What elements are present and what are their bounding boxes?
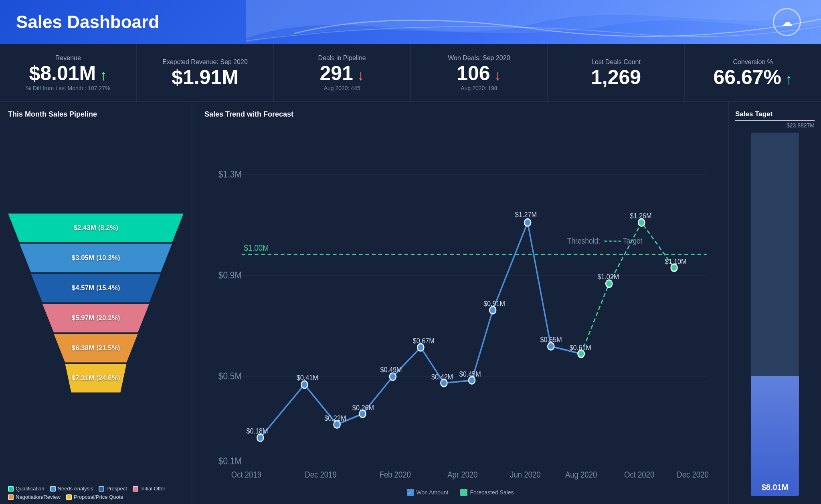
legend-label-4: Negotiation/Review bbox=[16, 494, 61, 500]
legend-label-5: Proposal/Price Quote bbox=[74, 494, 123, 500]
chart-title: Sales Trend with Forecast bbox=[204, 110, 716, 119]
header-logo: ☁ bbox=[773, 8, 801, 36]
funnel-panel: This Month Sales Pipeline $2.43M (8.2%)$… bbox=[0, 102, 192, 504]
forecast-legend-color: ✓ bbox=[460, 489, 467, 496]
chart-panel: Sales Trend with Forecast $1.3M $0.9M $0… bbox=[192, 102, 729, 504]
svg-text:Dec 2019: Dec 2019 bbox=[305, 470, 336, 479]
line-chart-svg: $1.3M $0.9M $0.5M $0.1M $1.00M Threshold… bbox=[204, 124, 716, 486]
target-title: Sales Taget bbox=[735, 110, 772, 118]
svg-text:Apr 2020: Apr 2020 bbox=[447, 470, 477, 479]
legend-color-3 bbox=[133, 486, 138, 492]
legend-item-2: Prospect bbox=[99, 486, 127, 492]
kpi-lost-deals: Lost Deals Count 1,269 bbox=[548, 44, 685, 101]
legend-label-3: Initial Offer bbox=[140, 486, 166, 492]
svg-text:$0.22M: $0.22M bbox=[324, 414, 346, 422]
legend-item-3: Initial Offer bbox=[133, 486, 166, 492]
kpi-conversion: Conversion % 66.67% ↑ bbox=[685, 44, 821, 101]
target-divider bbox=[735, 120, 815, 121]
svg-text:Aug 2020: Aug 2020 bbox=[565, 470, 597, 479]
funnel-segment-5: $7.31M (24.6%) bbox=[65, 364, 126, 393]
page-title: Sales Dashboard bbox=[16, 12, 159, 32]
won-amount-legend-label: Won Amount bbox=[417, 489, 449, 496]
svg-text:Threshold:: Threshold: bbox=[567, 236, 600, 245]
legend-label-1: Needs Analysis bbox=[58, 486, 93, 492]
legend-color-5 bbox=[66, 494, 72, 500]
kpi-lost-value: 1,269 bbox=[591, 67, 641, 87]
svg-text:$0.41M: $0.41M bbox=[297, 373, 318, 382]
kpi-won-value: 106 ↓ bbox=[457, 63, 501, 83]
svg-text:$1.3M: $1.3M bbox=[218, 169, 242, 179]
svg-text:$1.02M: $1.02M bbox=[597, 272, 619, 281]
svg-text:$1.26M: $1.26M bbox=[630, 212, 651, 220]
kpi-revenue-label: Revenue bbox=[55, 54, 81, 62]
svg-text:$1.10M: $1.10M bbox=[665, 257, 686, 266]
chart-legend: ✓ Won Amount ✓ Forecasted Sales bbox=[204, 489, 716, 496]
legend-label-2: Prospect bbox=[106, 486, 127, 492]
kpi-lost-label: Lost Deals Count bbox=[591, 58, 641, 66]
svg-text:$1.27M: $1.27M bbox=[515, 210, 537, 219]
svg-text:$0.26M: $0.26M bbox=[352, 403, 374, 412]
legend-forecasted-sales: ✓ Forecasted Sales bbox=[460, 489, 514, 496]
target-panel: Sales Taget $23.8827M $8.01M bbox=[729, 102, 821, 504]
svg-point-22 bbox=[524, 219, 531, 226]
kpi-won-deals: Won Deals: Sep 2020 106 ↓ Aug 2020: 198 bbox=[411, 44, 548, 101]
legend-item-0: Qualification bbox=[8, 486, 44, 492]
svg-text:$0.9M: $0.9M bbox=[218, 270, 242, 280]
svg-point-37 bbox=[578, 350, 584, 358]
svg-text:$0.49M: $0.49M bbox=[380, 365, 402, 374]
funnel-title: This Month Sales Pipeline bbox=[8, 110, 184, 119]
target-max-value: $23.8827M bbox=[787, 122, 815, 129]
kpi-revenue: Revenue $8.01M ↑ % Diff from Last Month … bbox=[0, 44, 137, 101]
legend-color-2 bbox=[99, 486, 104, 492]
legend-label-0: Qualification bbox=[16, 486, 44, 492]
svg-text:Oct 2020: Oct 2020 bbox=[624, 470, 654, 479]
forecast-legend-label: Forecasted Sales bbox=[470, 489, 514, 496]
won-amount-legend-color: ✓ bbox=[407, 489, 414, 496]
kpi-pipeline-value: 291 ↓ bbox=[320, 63, 364, 83]
funnel-legend: QualificationNeeds AnalysisProspectIniti… bbox=[8, 486, 184, 500]
kpi-pipeline-sub: Aug 2020: 445 bbox=[324, 85, 360, 91]
header-wave bbox=[246, 0, 821, 44]
svg-text:$0.5M: $0.5M bbox=[218, 371, 242, 381]
legend-color-4 bbox=[8, 494, 14, 500]
funnel-segment-0: $2.43M (8.2%) bbox=[8, 214, 184, 242]
svg-text:Oct 2019: Oct 2019 bbox=[231, 470, 261, 479]
kpi-expected-label: Exepcted Revenue: Sep 2020 bbox=[162, 58, 248, 66]
legend-color-1 bbox=[50, 486, 56, 492]
kpi-expected-revenue: Exepcted Revenue: Sep 2020 $1.91M bbox=[137, 44, 274, 101]
svg-text:$0.91M: $0.91M bbox=[483, 299, 505, 308]
legend-item-4: Negotiation/Review bbox=[8, 494, 61, 500]
svg-text:$0.65M: $0.65M bbox=[540, 335, 562, 344]
svg-text:Jun 2020: Jun 2020 bbox=[510, 470, 540, 479]
chart-area: $1.3M $0.9M $0.5M $0.1M $1.00M Threshold… bbox=[204, 124, 716, 486]
svg-text:$0.45M: $0.45M bbox=[459, 370, 481, 378]
svg-text:Target: Target bbox=[623, 236, 643, 245]
svg-text:$0.1M: $0.1M bbox=[218, 456, 242, 467]
header: Sales Dashboard ☁ bbox=[0, 0, 821, 44]
kpi-revenue-value: $8.01M ↑ bbox=[29, 63, 107, 83]
legend-item-5: Proposal/Price Quote bbox=[66, 494, 123, 500]
kpi-row: Revenue $8.01M ↑ % Diff from Last Month … bbox=[0, 44, 821, 102]
main-content: This Month Sales Pipeline $2.43M (8.2%)$… bbox=[0, 102, 821, 504]
kpi-won-sub: Aug 2020: 198 bbox=[461, 85, 497, 91]
funnel-segment-4: $6.38M (21.5%) bbox=[54, 334, 138, 363]
svg-text:$0.67M: $0.67M bbox=[413, 336, 435, 345]
svg-text:$0.42M: $0.42M bbox=[431, 373, 453, 381]
funnel-segment-3: $5.97M (20.1%) bbox=[42, 304, 149, 333]
svg-text:Dec 2020: Dec 2020 bbox=[677, 470, 708, 479]
svg-text:$0.18M: $0.18M bbox=[246, 427, 268, 435]
svg-text:$1.00M: $1.00M bbox=[244, 243, 269, 252]
kpi-pipeline-label: Deals in Pipeline bbox=[318, 54, 366, 62]
kpi-conversion-value: 66.67% ↑ bbox=[713, 67, 793, 87]
legend-color-0 bbox=[8, 486, 14, 492]
target-bar-fill: $8.01M bbox=[751, 376, 799, 496]
kpi-revenue-sub: % Diff from Last Month : 107.27% bbox=[26, 85, 110, 91]
funnel-container: $2.43M (8.2%)$3.05M (10.3%)$4.57M (15.4%… bbox=[8, 124, 184, 482]
kpi-expected-value: $1.91M bbox=[172, 67, 239, 87]
funnel-segment-1: $3.05M (10.3%) bbox=[19, 244, 172, 272]
kpi-conversion-label: Conversion % bbox=[733, 58, 773, 66]
legend-won-amount: ✓ Won Amount bbox=[407, 489, 449, 496]
funnel-segment-2: $4.57M (15.4%) bbox=[31, 274, 161, 302]
svg-text:Feb 2020: Feb 2020 bbox=[379, 470, 410, 479]
kpi-won-label: Won Deals: Sep 2020 bbox=[448, 54, 510, 62]
